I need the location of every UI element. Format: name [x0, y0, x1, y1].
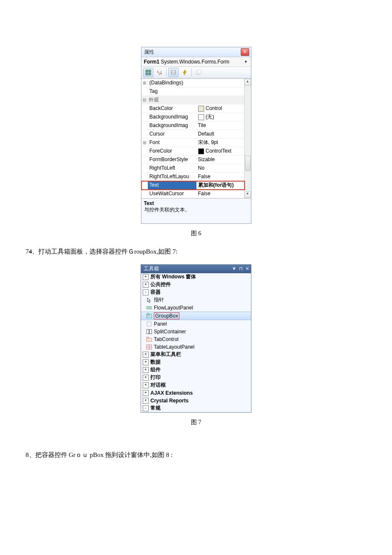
- expand-icon: [141, 190, 148, 198]
- property-value[interactable]: Tile: [196, 121, 245, 130]
- property-row[interactable]: BackgroundImag(无): [141, 113, 245, 121]
- property-value[interactable]: Default: [196, 130, 245, 138]
- property-row[interactable]: ⊞Font宋体, 9pt: [141, 139, 245, 147]
- scroll-down-icon[interactable]: ▼: [245, 191, 251, 198]
- expand-icon[interactable]: +: [143, 282, 149, 288]
- property-row[interactable]: RightToLeftNo: [141, 164, 245, 173]
- toolbox-category[interactable]: +Crystal Reports: [141, 397, 251, 405]
- expand-icon[interactable]: +: [143, 352, 149, 358]
- help-description: 与控件关联的文本。: [144, 206, 248, 214]
- window-titlebar[interactable]: 工具箱 ▼ ⊓ ✕: [141, 265, 251, 273]
- expand-icon[interactable]: +: [143, 382, 149, 388]
- toolbox-item[interactable]: SplitContainer: [141, 328, 251, 335]
- toolbox-category[interactable]: +数据: [141, 358, 251, 366]
- property-name: RightToLeftLayou: [148, 173, 196, 181]
- svg-rect-10: [197, 70, 201, 74]
- dropdown-icon[interactable]: ▼: [232, 266, 236, 272]
- property-row[interactable]: ForeColorControlText: [141, 147, 245, 156]
- events-icon[interactable]: [179, 68, 190, 77]
- toolbox-category[interactable]: +组件: [141, 366, 251, 374]
- category-label: 公共控件: [150, 281, 171, 288]
- category-label: 菜单和工具栏: [150, 351, 181, 358]
- properties-window: 属性 ✕ Form1 System.Windows.Forms.Form ▼ A…: [141, 47, 251, 224]
- scroll-up-icon[interactable]: ▲: [245, 79, 251, 86]
- categorized-icon[interactable]: [143, 68, 153, 77]
- expand-icon[interactable]: ⊟: [141, 96, 148, 104]
- toolbox-category[interactable]: +公共控件: [141, 281, 251, 289]
- expand-icon[interactable]: ⊞: [141, 79, 148, 87]
- toolbox-item[interactable]: 指针: [141, 296, 251, 304]
- property-name: Font: [148, 139, 196, 147]
- window-titlebar[interactable]: 属性 ✕: [141, 47, 251, 57]
- svg-rect-0: [146, 70, 148, 72]
- property-row[interactable]: BackgroundImagTile: [141, 121, 245, 130]
- expand-icon[interactable]: ⊞: [141, 139, 148, 147]
- property-name: (DataBindings): [148, 79, 196, 87]
- toolbox-window: 工具箱 ▼ ⊓ ✕ +所有 Windows 窗体+公共控件-容器指针FlowLa…: [141, 264, 251, 413]
- property-value[interactable]: [196, 79, 245, 87]
- property-pages-icon[interactable]: [193, 68, 204, 77]
- expand-icon[interactable]: +: [143, 359, 149, 365]
- property-row[interactable]: FormBorderStyleSizable: [141, 156, 245, 164]
- expand-icon[interactable]: +: [143, 398, 149, 404]
- toolbox-category[interactable]: +打印: [141, 374, 251, 382]
- toolbox-item[interactable]: TableLayoutPanel: [141, 343, 251, 351]
- property-row[interactable]: Tag: [141, 87, 245, 96]
- toolbox-category[interactable]: +AJAX Extensions: [141, 389, 251, 397]
- toolbox-category[interactable]: +所有 Windows 窗体: [141, 273, 251, 281]
- property-value[interactable]: [196, 87, 245, 95]
- toolbox-category[interactable]: -容器: [141, 289, 251, 296]
- property-row[interactable]: ⊞(DataBindings): [141, 79, 245, 87]
- pin-icon[interactable]: ⊓: [239, 266, 243, 272]
- properties-icon[interactable]: [168, 68, 179, 77]
- property-value[interactable]: 宋体, 9pt: [196, 139, 245, 147]
- close-icon[interactable]: ✕: [241, 48, 249, 56]
- property-value[interactable]: Sizable: [196, 156, 245, 164]
- expand-icon[interactable]: +: [143, 390, 149, 396]
- toolbox-item[interactable]: XYGroupBox: [141, 312, 251, 320]
- property-row[interactable]: CursorDefault: [141, 130, 245, 139]
- expand-icon: [141, 121, 148, 130]
- category-label: 容器: [150, 289, 161, 296]
- scrollbar[interactable]: ▲ ▼: [244, 79, 251, 198]
- property-value[interactable]: 累加和(for语句): [196, 181, 245, 189]
- close-icon[interactable]: ✕: [245, 266, 249, 272]
- item-label: 指针: [154, 296, 164, 304]
- groupbox-icon: XY: [146, 313, 152, 319]
- property-value[interactable]: ControlText: [196, 147, 245, 155]
- expand-icon[interactable]: +: [143, 274, 149, 280]
- toolbox-item[interactable]: FlowLayoutPanel: [141, 304, 251, 312]
- category-label: Crystal Reports: [150, 398, 188, 404]
- expand-icon[interactable]: +: [143, 367, 149, 373]
- toolbox-category[interactable]: +菜单和工具栏: [141, 351, 251, 358]
- expand-icon[interactable]: +: [143, 375, 149, 381]
- toolbox-item[interactable]: Panel: [141, 320, 251, 328]
- figure-caption: 图 6: [26, 230, 366, 237]
- property-value[interactable]: (无): [196, 113, 245, 121]
- property-value[interactable]: [196, 96, 245, 104]
- toolbox-item[interactable]: TabControl: [141, 335, 251, 343]
- expand-icon[interactable]: -: [143, 289, 149, 295]
- property-name: 外观: [148, 96, 196, 104]
- scroll-thumb[interactable]: [245, 156, 251, 171]
- expand-icon: [141, 87, 148, 95]
- property-category[interactable]: ⊟外观: [141, 96, 245, 104]
- property-value[interactable]: Control: [196, 104, 245, 113]
- property-row[interactable]: UseWaitCursorFalse: [141, 190, 245, 198]
- color-swatch-icon: [198, 114, 204, 120]
- property-value[interactable]: False: [196, 173, 245, 181]
- expand-icon[interactable]: -: [143, 405, 149, 411]
- object-selector[interactable]: Form1 System.Windows.Forms.Form ▼: [141, 57, 251, 67]
- property-name: BackgroundImag: [148, 121, 196, 130]
- property-row[interactable]: BackColorControl: [141, 104, 245, 113]
- property-grid: ⊞(DataBindings)Tag⊟外观BackColorControlBac…: [141, 78, 251, 198]
- toolbox-category[interactable]: +对话框: [141, 382, 251, 389]
- property-value[interactable]: False: [196, 190, 245, 198]
- chevron-down-icon[interactable]: ▼: [244, 60, 248, 64]
- property-row[interactable]: Text累加和(for语句): [141, 181, 245, 190]
- property-value[interactable]: No: [196, 164, 245, 172]
- property-row[interactable]: RightToLeftLayouFalse: [141, 173, 245, 181]
- property-name: FormBorderStyle: [148, 156, 196, 164]
- alphabetical-icon[interactable]: AZ: [154, 68, 164, 77]
- toolbox-category[interactable]: -常规: [141, 405, 251, 412]
